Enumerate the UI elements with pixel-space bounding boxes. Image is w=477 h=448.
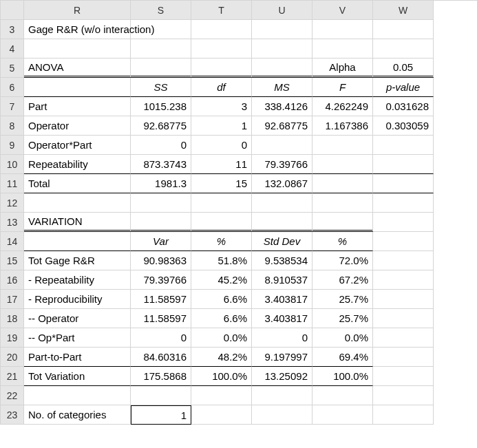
variation-header-pct1[interactable]: % (191, 232, 252, 251)
cell[interactable] (312, 213, 373, 232)
anova-row-label[interactable]: Part (24, 97, 131, 116)
cell[interactable] (373, 405, 434, 425)
variation-cell[interactable]: 51.8% (191, 251, 252, 270)
title-cell[interactable]: Gage R&R (w/o interaction) (24, 20, 131, 39)
categories-value[interactable]: 1 (131, 405, 191, 425)
anova-row-label[interactable]: Operator (24, 116, 131, 136)
variation-header-sd[interactable]: Std Dev (252, 232, 312, 251)
variation-header-var[interactable]: Var (131, 232, 191, 251)
anova-cell[interactable]: 1015.238 (131, 97, 191, 116)
anova-cell[interactable] (312, 174, 373, 193)
anova-row-label[interactable]: Total (24, 174, 131, 193)
col-header[interactable]: U (252, 1, 312, 20)
variation-cell[interactable]: 25.7% (312, 290, 373, 309)
cell[interactable] (373, 270, 434, 290)
row-header[interactable]: 8 (1, 116, 24, 136)
variation-cell[interactable]: 13.25092 (252, 367, 312, 386)
cell[interactable] (312, 39, 373, 58)
anova-cell[interactable]: 0 (131, 136, 191, 155)
anova-row-label[interactable]: Operator*Part (24, 136, 131, 155)
cell[interactable] (252, 193, 312, 213)
row-header[interactable]: 16 (1, 270, 24, 290)
variation-cell[interactable]: 69.4% (312, 348, 373, 367)
cell[interactable] (373, 193, 434, 213)
col-header[interactable]: T (191, 1, 252, 20)
cell[interactable] (24, 78, 131, 97)
cell[interactable] (191, 193, 252, 213)
anova-cell[interactable]: 92.68775 (131, 116, 191, 136)
anova-header-df[interactable]: df (191, 78, 252, 97)
row-header[interactable]: 5 (1, 58, 24, 78)
cell[interactable] (373, 251, 434, 270)
row-header[interactable]: 23 (1, 405, 24, 425)
variation-cell[interactable]: 100.0% (312, 367, 373, 386)
variation-cell[interactable]: 8.910537 (252, 270, 312, 290)
variation-row-label[interactable]: -- Op*Part (24, 328, 131, 348)
row-header[interactable]: 18 (1, 309, 24, 328)
row-header[interactable]: 17 (1, 290, 24, 309)
row-header[interactable]: 15 (1, 251, 24, 270)
variation-cell[interactable]: 84.60316 (131, 348, 191, 367)
anova-header-ss[interactable]: SS (131, 78, 191, 97)
variation-cell[interactable]: 67.2% (312, 270, 373, 290)
anova-cell[interactable]: 1.167386 (312, 116, 373, 136)
anova-cell[interactable]: 1981.3 (131, 174, 191, 193)
row-header[interactable]: 13 (1, 213, 24, 232)
row-header[interactable]: 10 (1, 155, 24, 174)
cell[interactable] (312, 386, 373, 405)
cell[interactable] (131, 386, 191, 405)
cell[interactable] (312, 405, 373, 425)
cell[interactable] (373, 367, 434, 386)
anova-cell[interactable]: 0.031628 (373, 97, 434, 116)
row-header[interactable]: 6 (1, 78, 24, 97)
categories-label[interactable]: No. of categories (24, 405, 131, 425)
cell[interactable] (131, 213, 191, 232)
variation-cell[interactable]: 11.58597 (131, 290, 191, 309)
cell[interactable] (191, 58, 252, 78)
variation-cell[interactable]: 45.2% (191, 270, 252, 290)
cell[interactable] (24, 386, 131, 405)
anova-cell[interactable] (373, 155, 434, 174)
cell[interactable] (252, 58, 312, 78)
variation-row-label[interactable]: Part-to-Part (24, 348, 131, 367)
variation-cell[interactable]: 9.538534 (252, 251, 312, 270)
cell[interactable] (131, 193, 191, 213)
anova-label[interactable]: ANOVA (24, 58, 131, 78)
anova-header-f[interactable]: F (312, 78, 373, 97)
anova-cell[interactable]: 11 (191, 155, 252, 174)
cell[interactable] (191, 39, 252, 58)
variation-row-label[interactable]: Tot Gage R&R (24, 251, 131, 270)
cell[interactable] (24, 193, 131, 213)
variation-label[interactable]: VARIATION (24, 213, 131, 232)
row-header[interactable]: 11 (1, 174, 24, 193)
row-header[interactable]: 19 (1, 328, 24, 348)
cell[interactable] (373, 39, 434, 58)
variation-header-pct2[interactable]: % (312, 232, 373, 251)
cell[interactable] (373, 213, 434, 232)
col-header[interactable]: W (373, 1, 434, 20)
cell[interactable] (24, 39, 131, 58)
row-header[interactable]: 14 (1, 232, 24, 251)
anova-cell[interactable]: 3 (191, 97, 252, 116)
variation-cell[interactable]: 90.98363 (131, 251, 191, 270)
cell[interactable] (191, 405, 252, 425)
variation-row-label[interactable]: - Reproducibility (24, 290, 131, 309)
cell[interactable] (252, 405, 312, 425)
row-header[interactable]: 4 (1, 39, 24, 58)
anova-cell[interactable]: 873.3743 (131, 155, 191, 174)
anova-cell[interactable]: 79.39766 (252, 155, 312, 174)
anova-cell[interactable] (312, 136, 373, 155)
variation-row-label[interactable]: -- Operator (24, 309, 131, 328)
cell[interactable] (373, 290, 434, 309)
variation-cell[interactable]: 79.39766 (131, 270, 191, 290)
variation-cell[interactable]: 6.6% (191, 309, 252, 328)
variation-cell[interactable]: 9.197997 (252, 348, 312, 367)
row-header[interactable]: 20 (1, 348, 24, 367)
variation-cell[interactable]: 3.403817 (252, 290, 312, 309)
cell[interactable] (312, 20, 373, 39)
variation-cell[interactable]: 11.58597 (131, 309, 191, 328)
cell[interactable] (131, 39, 191, 58)
cell[interactable] (252, 213, 312, 232)
cell[interactable] (252, 386, 312, 405)
cell[interactable] (191, 20, 252, 39)
